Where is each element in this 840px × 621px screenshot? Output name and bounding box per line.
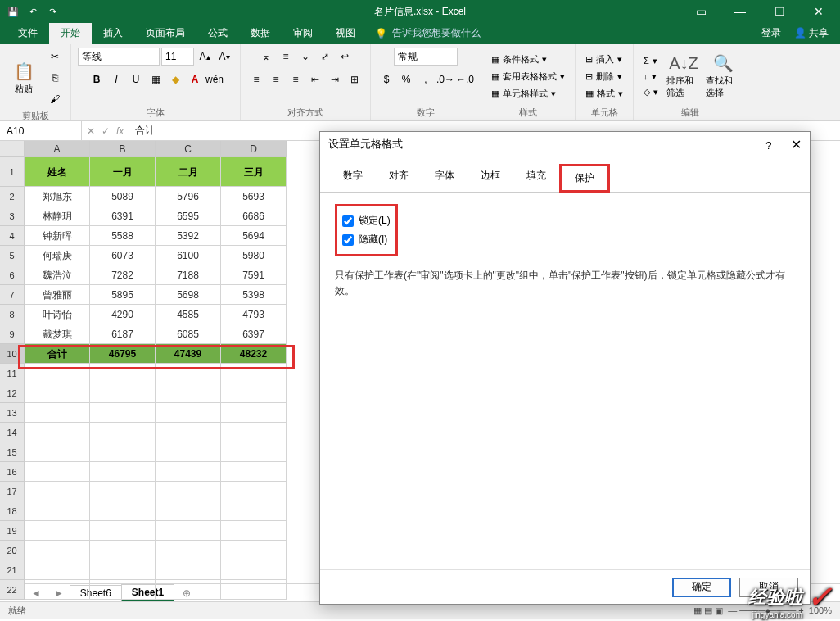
empty-cell[interactable] [25, 541, 90, 560]
phonetic-icon[interactable]: wén [205, 70, 224, 88]
data-cell[interactable]: 6100 [156, 246, 221, 265]
percent-icon[interactable]: % [397, 70, 415, 88]
increase-indent-icon[interactable]: ⇥ [326, 70, 344, 88]
decrease-indent-icon[interactable]: ⇤ [306, 70, 324, 88]
header-cell[interactable]: 一月 [90, 157, 156, 187]
minimize-icon[interactable]: — [729, 5, 752, 18]
clear-button[interactable]: ◇ ▾ [640, 85, 662, 99]
empty-cell[interactable] [90, 482, 156, 501]
empty-cell[interactable] [156, 482, 221, 501]
dialog-close-icon[interactable]: ✕ [791, 138, 802, 152]
header-cell[interactable]: 三月 [221, 157, 287, 187]
fb-cancel-icon[interactable]: ✕ [87, 125, 95, 137]
row-header[interactable]: 14 [0, 423, 25, 442]
empty-cell[interactable] [221, 423, 287, 442]
col-header-a[interactable]: A [25, 141, 90, 157]
empty-cell[interactable] [90, 442, 156, 462]
empty-cell[interactable] [221, 442, 287, 462]
empty-cell[interactable] [25, 383, 90, 403]
dlg-tab-font[interactable]: 字体 [422, 164, 467, 193]
row-header[interactable]: 13 [0, 403, 25, 423]
row-header[interactable]: 22 [0, 580, 25, 600]
decrease-font-icon[interactable]: A▾ [215, 48, 233, 66]
align-top-icon[interactable]: ⌅ [257, 48, 275, 66]
view-normal-icon[interactable]: ▦ [693, 605, 702, 615]
redo-icon[interactable]: ↷ [46, 5, 59, 18]
dlg-tab-alignment[interactable]: 对齐 [376, 164, 422, 193]
empty-cell[interactable] [90, 423, 156, 442]
tab-insert[interactable]: 插入 [92, 22, 134, 44]
header-cell[interactable]: 姓名 [25, 157, 90, 187]
fill-color-icon[interactable]: ◆ [166, 70, 184, 88]
font-color-icon[interactable]: A [186, 70, 204, 88]
empty-cell[interactable] [156, 383, 221, 403]
fb-confirm-icon[interactable]: ✓ [102, 125, 110, 137]
empty-cell[interactable] [156, 501, 221, 521]
row-header[interactable]: 18 [0, 501, 25, 521]
row-header[interactable]: 11 [0, 364, 25, 383]
row-header[interactable]: 7 [0, 285, 25, 305]
header-cell[interactable]: 二月 [156, 157, 221, 187]
copy-icon[interactable]: ⎘ [46, 69, 64, 87]
row-header[interactable]: 3 [0, 206, 25, 226]
tab-file[interactable]: 文件 [7, 22, 49, 44]
col-header-b[interactable]: B [90, 141, 156, 157]
row-header[interactable]: 19 [0, 521, 25, 541]
empty-cell[interactable] [221, 560, 287, 580]
empty-cell[interactable] [90, 521, 156, 541]
data-cell[interactable]: 6187 [90, 324, 156, 344]
tab-formulas[interactable]: 公式 [196, 22, 239, 44]
row-header[interactable]: 9 [0, 324, 25, 344]
row-header[interactable]: 20 [0, 541, 25, 560]
data-cell[interactable]: 5980 [221, 246, 287, 265]
data-cell[interactable]: 6085 [156, 324, 221, 344]
maximize-icon[interactable]: ☐ [768, 5, 791, 18]
cell-style-button[interactable]: ▦单元格样式 ▾ [488, 86, 568, 102]
decrease-decimal-icon[interactable]: ←.0 [456, 70, 474, 88]
sort-filter-button[interactable]: A↓Z 排序和筛选 [666, 51, 701, 102]
data-cell[interactable]: 7188 [156, 265, 221, 285]
find-select-button[interactable]: 🔍 查找和选择 [706, 51, 740, 102]
empty-cell[interactable] [156, 423, 221, 442]
table-format-button[interactable]: ▦套用表格格式 ▾ [488, 69, 568, 84]
empty-cell[interactable] [90, 462, 156, 482]
align-left-icon[interactable]: ≡ [247, 70, 265, 88]
merge-icon[interactable]: ⊞ [345, 70, 364, 88]
empty-cell[interactable] [25, 462, 90, 482]
format-cells-button[interactable]: ▦格式 ▾ [582, 86, 626, 102]
empty-cell[interactable] [156, 403, 221, 423]
border-icon[interactable]: ▦ [147, 70, 165, 88]
empty-cell[interactable] [221, 462, 287, 482]
col-header-d[interactable]: D [221, 141, 287, 157]
empty-cell[interactable] [221, 364, 287, 383]
empty-cell[interactable] [25, 521, 90, 541]
data-cell[interactable]: 7591 [221, 265, 287, 285]
login-link[interactable]: 登录 [761, 26, 781, 40]
fx-icon[interactable]: fx [116, 125, 124, 137]
empty-cell[interactable] [156, 541, 221, 560]
empty-cell[interactable] [25, 403, 90, 423]
format-painter-icon[interactable]: 🖌 [46, 90, 64, 108]
comma-icon[interactable]: , [417, 70, 435, 88]
empty-cell[interactable] [25, 423, 90, 442]
data-cell[interactable]: 林静玥 [25, 206, 90, 226]
view-break-icon[interactable]: ▣ [715, 605, 723, 615]
data-cell[interactable]: 5895 [90, 285, 156, 305]
dialog-help-icon[interactable]: ? [765, 139, 771, 152]
empty-cell[interactable] [90, 403, 156, 423]
empty-cell[interactable] [25, 560, 90, 580]
tab-view[interactable]: 视图 [324, 22, 367, 44]
font-name-select[interactable]: 等线 [78, 48, 160, 66]
empty-cell[interactable] [90, 560, 156, 580]
data-cell[interactable]: 曾雅丽 [25, 285, 90, 305]
dlg-tab-border[interactable]: 边框 [467, 164, 513, 193]
dlg-tab-number[interactable]: 数字 [330, 164, 376, 193]
row-header[interactable]: 1 [0, 157, 25, 187]
data-cell[interactable]: 4290 [90, 305, 156, 324]
italic-icon[interactable]: I [107, 70, 125, 88]
row-header[interactable]: 6 [0, 265, 25, 285]
cut-icon[interactable]: ✂ [46, 48, 64, 66]
data-cell[interactable]: 郑旭东 [25, 187, 90, 206]
data-cell[interactable]: 5693 [221, 187, 287, 206]
empty-cell[interactable] [221, 541, 287, 560]
